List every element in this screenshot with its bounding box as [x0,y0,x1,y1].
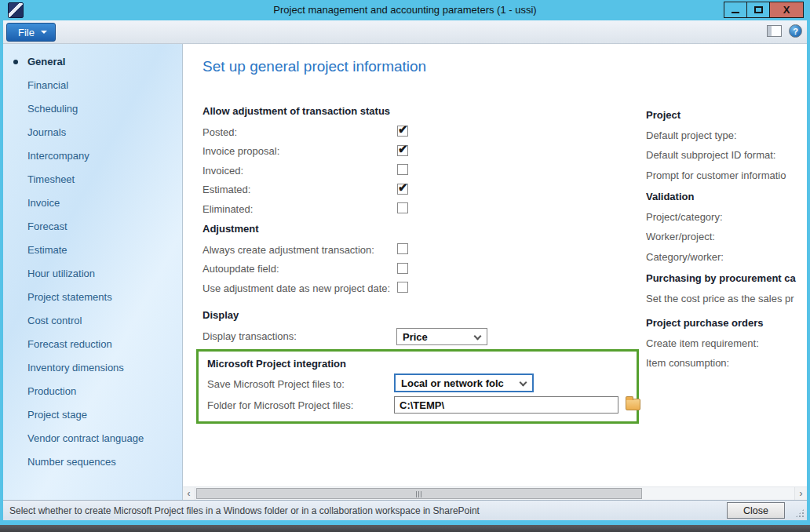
field-row: Always create adjustment transaction: [202,240,618,260]
sidebar-item-project-statements[interactable]: Project statements [3,286,182,309]
resize-grip-icon[interactable] [795,508,805,518]
sidebar-item-label: Scheduling [27,103,78,115]
close-icon: X [783,4,790,16]
main-content: Set up general project information Allow… [183,44,807,486]
sidebar-item-forecast[interactable]: Forecast [3,215,182,239]
field-label: Estimated: [202,184,250,195]
sidebar-item-label: Hour utilization [27,268,95,279]
window-title: Project management and accounting parame… [0,0,810,20]
help-icon[interactable]: ? [789,24,802,38]
sidebar-item-timesheet[interactable]: Timesheet [3,168,182,191]
toolbar: File ? [3,20,807,44]
maximize-icon [754,6,763,13]
field-label: Create item requirement: [646,333,800,354]
chevron-down-icon [41,31,47,34]
sidebar-item-label: Cost control [27,315,82,326]
page-title: Set up general project information [202,58,426,75]
window-pane-icon[interactable] [767,25,782,37]
select-value: Local or network folc [401,375,504,391]
field-row: Invoiced: [202,161,618,180]
sidebar-item-financial[interactable]: Financial [3,74,182,97]
close-window-button[interactable]: X [769,2,804,18]
field-label: Prompt for customer informatio [646,166,800,186]
checkbox-always-create-adjustment-transaction[interactable] [397,243,408,254]
file-menu-label: File [18,27,35,38]
checkbox-posted[interactable]: ✔ [397,126,408,137]
maximize-button[interactable] [746,2,770,18]
title-bar: Project management and accounting parame… [0,0,810,20]
field-row: Autoupdate field: [202,260,618,279]
sidebar-item-invoice[interactable]: Invoice [3,191,182,215]
sidebar-item-label: Forecast [27,220,68,232]
field-row: Posted: ✔ [202,122,618,142]
sidebar-item-scheduling[interactable]: Scheduling [3,97,182,121]
checkbox-invoiced[interactable] [397,164,408,175]
close-button[interactable]: Close [727,502,785,519]
group-adjustment: Adjustment Always create adjustment tran… [202,221,618,298]
field-row: Estimated: ✔ [202,180,618,200]
field-label: Display transactions: [202,330,297,342]
window-frame: File ? General Financial Scheduling Jour… [3,20,807,520]
sidebar-item-label: Estimate [27,244,68,256]
folder-browse-icon[interactable] [626,399,640,410]
checkbox-estimated[interactable]: ✔ [397,184,408,195]
section-header: Project [646,105,800,126]
minimize-button[interactable] [724,2,747,18]
section-project-purchase-orders: Project purchase orders Create item requ… [646,313,800,373]
sidebar-item-estimate[interactable]: Estimate [3,239,182,262]
field-label: Autoupdate field: [202,263,279,275]
scrollbar-thumb[interactable] [196,488,642,499]
chevron-down-icon [474,333,482,341]
checkbox-eliminated[interactable] [397,202,408,213]
scroll-left-icon[interactable]: ‹ [183,487,195,500]
sidebar-item-project-stage[interactable]: Project stage [3,403,182,427]
sidebar-item-label: Journals [27,126,66,138]
save-location-select[interactable]: Local or network folc [394,373,534,392]
window-body: General Financial Scheduling Journals In… [3,44,807,500]
sidebar-item-label: Forecast reduction [27,338,112,350]
field-label: Category/worker: [646,247,800,268]
sidebar-item-journals[interactable]: Journals [3,121,182,144]
sidebar-item-vendor-contract-language[interactable]: Vendor contract language [3,427,182,450]
window-shadow [0,525,810,532]
select-value: Price [403,329,428,344]
field-label: Invoiced: [202,165,243,177]
checkmark-icon: ✔ [398,122,408,137]
field-label: Worker/project: [646,227,800,247]
sidebar: General Financial Scheduling Journals In… [3,44,183,500]
sidebar-item-label: Invoice [27,197,60,209]
checkbox-autoupdate-field[interactable] [397,263,408,274]
folder-path-input[interactable] [394,396,618,414]
sidebar-item-general[interactable]: General [3,50,182,74]
file-menu-button[interactable]: File [6,23,56,42]
sidebar-item-number-sequences[interactable]: Number sequences [3,450,182,474]
scroll-right-icon[interactable]: › [794,487,807,500]
scrollbar-grip-icon [416,491,422,497]
group-transaction-status: Allow adjustment of transaction status P… [202,104,618,219]
field-label: Eliminated: [202,203,253,215]
sidebar-item-label: Project stage [27,409,87,421]
minimize-icon [732,12,739,13]
checkbox-invoice-proposal[interactable]: ✔ [397,145,408,156]
sidebar-item-intercompany[interactable]: Intercompany [3,144,182,168]
sidebar-item-forecast-reduction[interactable]: Forecast reduction [3,333,182,356]
sidebar-item-cost-control[interactable]: Cost control [3,309,182,333]
field-label: Default subproject ID format: [646,145,800,166]
field-label: Set the cost price as the sales pr [646,289,800,309]
sidebar-item-label: Vendor contract language [27,432,144,444]
display-transactions-select[interactable]: Price [396,328,487,345]
chevron-down-icon [520,379,527,387]
checkbox-use-adjustment-date-as-new-project-date[interactable] [397,282,408,293]
sidebar-item-inventory-dimensions[interactable]: Inventory dimensions [3,356,182,380]
app-window: Project management and accounting parame… [0,0,810,532]
horizontal-scrollbar[interactable]: ‹ › [183,486,807,500]
field-row: Use adjustment date as new project date: [202,279,618,298]
section-header: Purchasing by procurement ca [646,268,800,289]
sidebar-item-production[interactable]: Production [3,380,182,403]
sidebar-item-label: Number sequences [27,456,116,468]
section-header: Project purchase orders [646,313,800,333]
field-label: Posted: [202,126,237,138]
sidebar-item-hour-utilization[interactable]: Hour utilization [3,262,182,286]
status-text: Select whether to create Microsoft Proje… [9,501,480,521]
sidebar-item-label: Production [27,385,76,397]
